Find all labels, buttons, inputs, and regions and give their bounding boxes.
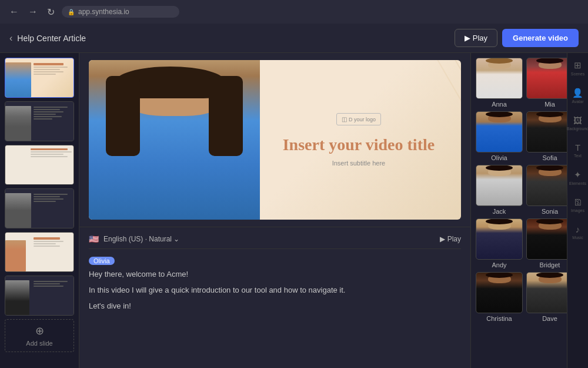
- avatars-grid: Anna Mia Olivia Sofia Jack Sonia Andy Br…: [471, 53, 567, 368]
- avatar-photo-dave: [526, 272, 567, 313]
- slides-panel: ⊕ Add slide: [0, 53, 79, 368]
- avatar-name-sofia: Sofia: [542, 154, 557, 161]
- avatar-photo-jack: [476, 165, 523, 206]
- language-label: English (US) · Natural: [103, 235, 172, 243]
- script-area: 🇺🇸 English (US) · Natural ⌄ ▶ Play Olivi…: [79, 227, 470, 368]
- back-nav-button[interactable]: ←: [7, 6, 21, 17]
- side-icon-avatar[interactable]: 👤 Avatar: [572, 88, 583, 104]
- avatar-name-anna: Anna: [492, 101, 507, 108]
- address-bar[interactable]: 🔒 app.synthesia.io: [62, 6, 179, 18]
- avatar-item-jack[interactable]: Jack: [476, 165, 523, 215]
- side-icon-image[interactable]: 🖻 Images: [571, 197, 584, 213]
- avatar-photo-christina: [476, 272, 523, 313]
- side-icon-template[interactable]: ⊞ Scenes: [571, 60, 584, 76]
- add-slide-label: Add slide: [26, 340, 52, 347]
- slide-thumb-1[interactable]: [5, 58, 74, 98]
- avatar-photo-sonia: [526, 165, 567, 206]
- add-slide-icon: ⊕: [35, 324, 44, 337]
- avatar-item-sofia[interactable]: Sofia: [526, 111, 567, 161]
- canvas-title[interactable]: Insert your video title: [283, 135, 435, 155]
- avatar-item-olivia[interactable]: Olivia: [476, 111, 523, 161]
- avatar-item-sonia[interactable]: Sonia: [526, 165, 567, 215]
- slide-thumb-6[interactable]: [5, 276, 74, 316]
- avatar-photo-anna: [476, 58, 523, 99]
- language-bar: 🇺🇸 English (US) · Natural ⌄ ▶ Play: [89, 234, 461, 249]
- avatar-item-bridget[interactable]: Bridget: [526, 218, 567, 268]
- side-icon-elements[interactable]: ✦ Elements: [569, 170, 586, 185]
- video-preview: ◫ D your logo Insert your video title In…: [79, 53, 470, 227]
- avatar-item-andy[interactable]: Andy: [476, 218, 523, 268]
- image-label: Images: [571, 208, 584, 213]
- template-label: Scenes: [571, 72, 584, 76]
- avatar-photo-mia: [526, 58, 567, 99]
- avatar-item-dave[interactable]: Dave: [526, 272, 567, 322]
- elements-symbol-icon: ✦: [574, 170, 582, 180]
- template-symbol-icon: ⊞: [574, 60, 582, 71]
- image-symbol-icon: 🖻: [573, 197, 582, 207]
- url-text: app.synthesia.io: [78, 8, 129, 16]
- avatar-photo-bridget: [526, 218, 567, 260]
- avatar-name-christina: Christina: [486, 315, 512, 322]
- avatar-name-jack: Jack: [493, 208, 506, 215]
- browser-bar: ← → ↻ 🔒 app.synthesia.io: [0, 0, 588, 24]
- right-panel: Anna Mia Olivia Sofia Jack Sonia Andy Br…: [470, 53, 588, 368]
- script-text[interactable]: Hey there, welcome to Acme! In this vide…: [89, 268, 461, 312]
- side-icons-panel: ⊞ Scenes 👤 Avatar 🖼 Background T Text ✦ …: [567, 53, 588, 368]
- elements-label: Elements: [569, 181, 586, 185]
- background-symbol-icon: 🖼: [573, 115, 582, 125]
- logo-icon: ◫: [342, 116, 347, 122]
- avatar-symbol-icon: 👤: [572, 88, 583, 98]
- script-line-1: Hey there, welcome to Acme!: [89, 268, 461, 281]
- avatar-item-mia[interactable]: Mia: [526, 58, 567, 108]
- text-symbol-icon: T: [575, 142, 580, 152]
- center-panel: ◫ D your logo Insert your video title In…: [79, 53, 470, 368]
- slide-thumb-2[interactable]: [5, 101, 74, 141]
- avatar-photo-sofia: [526, 111, 567, 152]
- video-canvas[interactable]: ◫ D your logo Insert your video title In…: [89, 60, 461, 220]
- canvas-logo-box: ◫ D your logo: [336, 113, 381, 125]
- avatar-item-christina[interactable]: Christina: [476, 272, 523, 322]
- back-button[interactable]: ‹: [9, 33, 12, 44]
- side-icon-background[interactable]: 🖼 Background: [567, 115, 588, 131]
- avatar-label: Avatar: [572, 100, 583, 104]
- page-title: Help Center Article: [17, 34, 86, 43]
- text-label: Text: [574, 154, 582, 158]
- avatar-photo-andy: [476, 218, 523, 260]
- generate-video-button[interactable]: Generate video: [502, 29, 579, 47]
- logo-text: D your logo: [349, 117, 376, 122]
- language-flag: 🇺🇸: [89, 234, 99, 244]
- language-chevron-icon: ⌄: [173, 235, 179, 243]
- avatar-name-olivia: Olivia: [491, 154, 507, 161]
- script-content: Olivia Hey there, welcome to Acme! In th…: [89, 255, 461, 312]
- lock-icon: 🔒: [68, 9, 75, 15]
- script-line-3: Let's dive in!: [89, 300, 461, 313]
- script-line-2: In this video I will give a quick introd…: [89, 284, 461, 297]
- avatar-name-bridget: Bridget: [540, 261, 560, 268]
- language-selector[interactable]: English (US) · Natural ⌄: [103, 235, 179, 243]
- speaker-badge[interactable]: Olivia: [89, 257, 115, 265]
- side-icon-music[interactable]: ♪ Music: [572, 224, 583, 240]
- avatar-name-mia: Mia: [544, 101, 555, 108]
- avatar-name-andy: Andy: [492, 261, 506, 268]
- canvas-overlay: ◫ D your logo Insert your video title In…: [256, 60, 461, 220]
- avatar-name-dave: Dave: [542, 315, 557, 322]
- canvas-subtitle[interactable]: Insert subtitle here: [332, 160, 386, 167]
- forward-nav-button[interactable]: →: [26, 6, 40, 17]
- script-play-button[interactable]: ▶ Play: [440, 235, 461, 243]
- background-label: Background: [567, 127, 588, 131]
- slide-thumb-3[interactable]: [5, 145, 74, 185]
- add-slide-button[interactable]: ⊕ Add slide: [5, 319, 74, 352]
- avatar-item-anna[interactable]: Anna: [476, 58, 523, 108]
- music-symbol-icon: ♪: [576, 224, 580, 234]
- avatar-photo-olivia: [476, 111, 523, 152]
- side-icon-text[interactable]: T Text: [574, 142, 582, 158]
- play-button[interactable]: ▶ Play: [455, 29, 497, 47]
- toolbar: ‹ Help Center Article ▶ Play Generate vi…: [0, 24, 588, 53]
- slide-thumb-5[interactable]: [5, 232, 74, 272]
- music-label: Music: [572, 236, 583, 240]
- slide-thumb-4[interactable]: [5, 188, 74, 228]
- reload-button[interactable]: ↻: [45, 6, 57, 18]
- main-content: ⊕ Add slide: [0, 53, 588, 368]
- avatar-name-sonia: Sonia: [542, 208, 558, 215]
